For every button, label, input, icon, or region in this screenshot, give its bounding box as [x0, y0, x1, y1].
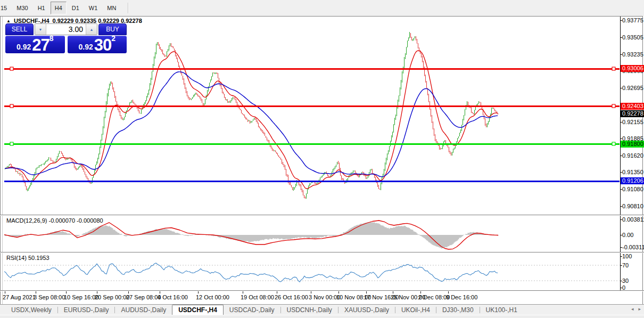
volume-increase-button[interactable]: ▲: [86, 24, 97, 35]
rsi-indicator-label: RSI(14) 50.1953: [6, 255, 49, 261]
date-axis-label: 20 Sep 00:00: [95, 294, 129, 300]
volume-input[interactable]: 3.00: [46, 24, 86, 35]
line-handle[interactable]: [10, 142, 13, 145]
macd-axis-tick: -0.003115: [622, 244, 644, 250]
price-axis-tick: 0.91080: [622, 186, 643, 192]
one-click-trading-panel: SELL ▼ 3.00 ▲ BUY 0.92 27 8 0.92 30 2: [5, 23, 127, 53]
status-strip: [0, 315, 644, 318]
buy-button[interactable]: BUY: [98, 23, 127, 35]
price-axis-tick: 0.92695: [622, 85, 643, 91]
tab-uk100-h1[interactable]: UK100-,H1: [480, 305, 523, 315]
candles-down: [11, 33, 498, 199]
tab-xauusd-daily[interactable]: XAUUSD-,Daily: [338, 305, 395, 315]
tab-usdx-weekly[interactable]: USDX,Weekly: [5, 305, 57, 315]
tab-dj30-m30[interactable]: DJ30-,M30: [436, 305, 480, 315]
macd-axis-tick: 0.00: [622, 232, 633, 238]
tab-usdcnh-daily[interactable]: USDCNH-,Daily: [281, 305, 338, 315]
price-axis-tick: 0.92155: [622, 119, 643, 125]
price-axis-tick: 0.90810: [622, 203, 643, 209]
line-handle[interactable]: [612, 67, 615, 70]
date-axis-label: 12 Oct 00:00: [196, 294, 229, 300]
triangle-down-icon: ▼: [39, 28, 43, 31]
line-handle[interactable]: [612, 104, 615, 108]
date-axis-label: 27 Aug 2021: [3, 294, 36, 300]
sell-price-point: 8: [49, 35, 54, 42]
price-badge: 0.91800: [621, 141, 644, 148]
macd-axis-tick: 0.003811: [622, 216, 644, 223]
rsi-line: [4, 263, 498, 282]
mt4-terminal: { "toolbar": { "timeframes": [ {"label":…: [0, 0, 644, 318]
macd-indicator-label: MACD(12,26,9) -0.000070 -0.000080: [6, 217, 103, 224]
tab-scroll-left-icon[interactable]: ◂: [631, 306, 634, 312]
tab-audusd-daily[interactable]: AUDUSD-,Daily: [115, 305, 172, 315]
tab-usdchf-h4[interactable]: USDCHF-,H4: [172, 305, 224, 315]
date-axis-label: 19 Oct 08:00: [241, 294, 274, 300]
tab-ukoil-h4[interactable]: UKOil-,H4: [395, 305, 436, 315]
price-badge: 0.92278: [621, 110, 644, 117]
price-axis-tick: 0.93775: [622, 17, 643, 23]
rsi-axis-tick: 0: [622, 284, 625, 291]
tab-usdcad-daily[interactable]: USDCAD-,Daily: [224, 305, 280, 315]
price-axis-tick: 0.91350: [622, 169, 643, 175]
buy-price-pips: 30: [94, 38, 111, 52]
macd-histogram: [5, 222, 498, 249]
rsi-axis-tick: 70: [622, 262, 629, 268]
price-axis-tick: 0.93235: [622, 51, 643, 58]
buy-price-point: 2: [111, 35, 115, 42]
date-axis-label: 4 Oct 16:00: [158, 294, 188, 300]
sell-price-display[interactable]: 0.92 27 8: [5, 36, 65, 53]
line-handle[interactable]: [612, 142, 615, 145]
chart-tab-bar: USDX,WeeklyEURUSD-,DailyAUDUSD-,DailyUSD…: [0, 304, 644, 315]
ma-slow-line: [5, 72, 498, 177]
sell-price-prefix: 0.92: [16, 42, 31, 52]
tab-scroll-arrows: ◂ ▸: [631, 306, 641, 312]
line-handle[interactable]: [10, 104, 13, 108]
date-axis-label: 3 Sep 08:00: [34, 294, 65, 300]
price-badge: 0.91206: [621, 177, 644, 184]
date-axis-label: 27 Sep 08:00: [126, 294, 161, 300]
triangle-up-icon: ▲: [90, 28, 94, 31]
pane-divider-macd[interactable]: [0, 215, 644, 215]
candles-up: [5, 32, 493, 198]
buy-price-display[interactable]: 0.92 30 2: [68, 36, 127, 53]
price-badge: 0.93006: [621, 65, 644, 72]
tab-eurusd-daily[interactable]: EURUSD-,Daily: [58, 305, 115, 315]
sell-price-pips: 27: [32, 38, 49, 52]
rsi-axis-tick: 100: [622, 253, 632, 259]
volume-decrease-button[interactable]: ▼: [35, 24, 46, 35]
price-badge: 0.92403: [621, 103, 644, 110]
pane-divider-dates: [0, 290, 644, 291]
pane-divider-rsi[interactable]: [0, 252, 644, 252]
line-handle[interactable]: [10, 67, 13, 70]
date-axis-label: 10 Sep 16:00: [64, 294, 98, 300]
volume-control: ▼ 3.00 ▲: [35, 23, 97, 35]
rsi-axis-tick: 30: [622, 278, 629, 284]
price-axis-tick: 0.93505: [622, 34, 643, 40]
collapse-arrow-icon[interactable]: ▲: [6, 19, 11, 23]
sell-button[interactable]: SELL: [5, 23, 34, 35]
tab-scroll-right-icon[interactable]: ▸: [638, 306, 641, 312]
date-axis-label: 26 Oct 16:00: [275, 294, 308, 300]
price-axis-tick: 0.91620: [622, 152, 643, 159]
buy-price-prefix: 0.92: [78, 42, 93, 52]
date-axis-label: 2 Dec 08:00: [418, 294, 450, 300]
date-axis-label: 3 Nov 00:00: [309, 294, 340, 300]
date-axis-label: 9 Dec 16:00: [446, 294, 477, 300]
